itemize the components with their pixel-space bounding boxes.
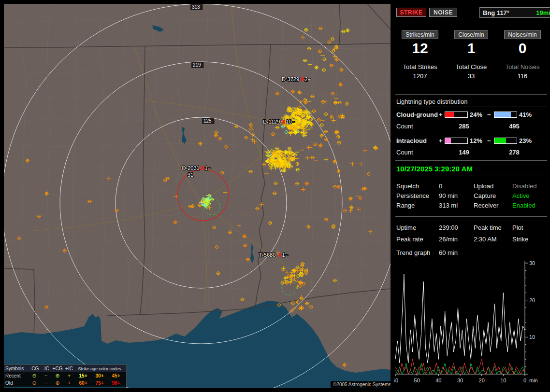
plus-sign-icon: +: [439, 111, 443, 118]
neg-cg-icon: ⊖: [29, 373, 40, 378]
svg-text:T-5680: T-5680: [259, 252, 275, 258]
svg-text:20: 20: [479, 378, 485, 383]
legend-header-row: Symbols -CG -IC +CG +IC Strike age color…: [4, 365, 126, 372]
app-window: { "panel": { "strike_button": "STRIKE", …: [0, 0, 550, 392]
peak-rate-value: 26/min: [439, 236, 458, 243]
svg-text:40: 40: [435, 378, 441, 383]
plot-value: Strike: [512, 236, 528, 243]
ic-minus-pct: 23%: [519, 137, 532, 144]
legend-row-0: Recent ⊖ − ⊕ + 15+ 30+ 45+: [4, 372, 126, 379]
receiver-label: Receiver: [474, 202, 498, 209]
total-value-strikes: 1207: [394, 72, 446, 80]
legend-col-pos-cg: +CG: [52, 366, 63, 371]
ic-minus-count: 278: [489, 149, 539, 156]
capture-label: Capture: [474, 192, 496, 199]
plus-sign-icon: +: [439, 137, 443, 144]
rate-value-close: 1: [446, 40, 497, 56]
svg-text:10−: 10−: [286, 119, 295, 125]
pos-ic-icon: +: [63, 380, 75, 386]
peak-time-label: Peak time: [474, 224, 502, 231]
noise-button[interactable]: NOISE: [429, 8, 457, 17]
neg-ic-icon: −: [40, 373, 52, 378]
svg-text:10: 10: [500, 378, 506, 383]
svg-text:31: 31: [188, 172, 193, 178]
settings-row: Persistence 90 min Capture Active: [394, 192, 548, 200]
pos-cg-icon: ⊕: [52, 373, 63, 378]
ic-count-label: Count: [396, 149, 413, 156]
persistence-value: 90 min: [439, 192, 458, 199]
trend-window-value: 60 min: [439, 249, 458, 256]
persistence-label: Persistence: [396, 192, 429, 199]
ic-minus-bar: [494, 138, 517, 144]
svg-text:1−: 1−: [282, 252, 288, 258]
svg-text:219: 219: [193, 62, 201, 68]
total-label-noises: Total Noises: [497, 63, 548, 70]
map-canvas[interactable]: 313219125D-37292−D-112910−O-20311−31T-56…: [4, 4, 391, 388]
plot-label: Plot: [512, 224, 523, 231]
cg-plus-count: 285: [439, 123, 489, 130]
rate-value-noises: 0: [497, 40, 548, 56]
age-badge: 45+: [108, 373, 124, 378]
ic-plus-pct: 12%: [470, 137, 482, 144]
squelch-label: Squelch: [396, 182, 419, 190]
ic-plus-bar: [445, 138, 468, 144]
rate-chip-strikes: Strikes/min: [402, 30, 438, 39]
ic-count-row: Count 149 278: [394, 149, 548, 156]
upload-label: Upload: [474, 182, 493, 190]
legend-row-1: Old ⊖ − ⊕ + 60+ 75+ 90+: [4, 379, 126, 387]
bearing-readout: Bng 117° 19mi: [479, 7, 550, 18]
svg-text:10: 10: [529, 334, 535, 340]
legend-age-header: Strike age color codes: [75, 366, 124, 371]
svg-text:50: 50: [414, 378, 420, 383]
cg-count-row: Count 285 495: [394, 123, 548, 130]
svg-text:60: 60: [394, 378, 398, 383]
trend-label-row: Trend graph 60 min: [394, 249, 548, 257]
pos-ic-icon: +: [63, 373, 75, 378]
squelch-value: 0: [439, 182, 442, 190]
minus-sign-icon: −: [487, 137, 491, 144]
legend-col-neg-cg: -CG: [29, 366, 40, 371]
legend-col-pos-ic: +IC: [63, 366, 75, 371]
age-badge: 15+: [75, 373, 91, 378]
map-legend: Symbols -CG -IC +CG +IC Strike age color…: [4, 364, 127, 387]
bearing-label: Bng 117°: [483, 9, 509, 16]
side-panel: STRIKE NOISE Bng 117° 19mi Strikes/min C…: [394, 4, 548, 388]
total-label-strikes: Total Strikes: [394, 63, 446, 70]
cloud-ground-label: Cloud-ground: [396, 111, 438, 118]
receiver-value: Enabled: [512, 202, 536, 209]
strike-button[interactable]: STRIKE: [396, 8, 426, 17]
svg-text:0: 0: [523, 378, 526, 383]
intracloud-label: Intracloud: [396, 137, 427, 144]
cg-plus-bar: [445, 112, 468, 118]
uptime-label: Uptime: [396, 224, 416, 231]
age-badge: 75+: [91, 380, 108, 386]
datetime-display: 10/27/2025 3:29:20 AM: [394, 163, 549, 176]
lightning-map[interactable]: 313219125D-37292−D-112910−O-20311−31T-56…: [4, 4, 391, 388]
neg-cg-icon: ⊖: [29, 380, 40, 386]
peak-time-value: 2:30 AM: [474, 236, 497, 243]
range-value: 313 mi: [439, 202, 458, 209]
peak-rate-label: Peak rate: [396, 236, 423, 243]
cg-count-label: Count: [396, 123, 413, 130]
svg-text:20: 20: [529, 297, 535, 303]
pos-cg-icon: ⊕: [52, 380, 63, 386]
total-value-noises: 116: [497, 72, 548, 80]
svg-text:30: 30: [457, 378, 463, 383]
stats-row: Peak rate 26/min 2:30 AM Strike: [394, 236, 548, 243]
stats-row: Uptime 239:00 Peak time Plot: [394, 224, 548, 232]
rate-value-strikes: 12: [394, 40, 446, 56]
trend-graph-label: Trend graph: [396, 249, 430, 256]
svg-text:1−: 1−: [204, 165, 211, 171]
svg-text:D-1129: D-1129: [263, 119, 280, 125]
rate-chip-noises: Noises/min: [504, 30, 540, 39]
age-badge: 30+: [91, 373, 108, 378]
total-value-close: 33: [446, 72, 497, 80]
legend-row-label: Recent: [5, 373, 29, 378]
ic-plus-count: 149: [439, 149, 489, 156]
age-badge: 90+: [108, 380, 124, 386]
svg-text:min: min: [529, 378, 538, 383]
uptime-value: 239:00: [439, 224, 458, 231]
cg-plus-pct: 24%: [470, 111, 482, 118]
cg-minus-count: 495: [489, 123, 539, 130]
total-label-close: Total Close: [446, 63, 497, 70]
